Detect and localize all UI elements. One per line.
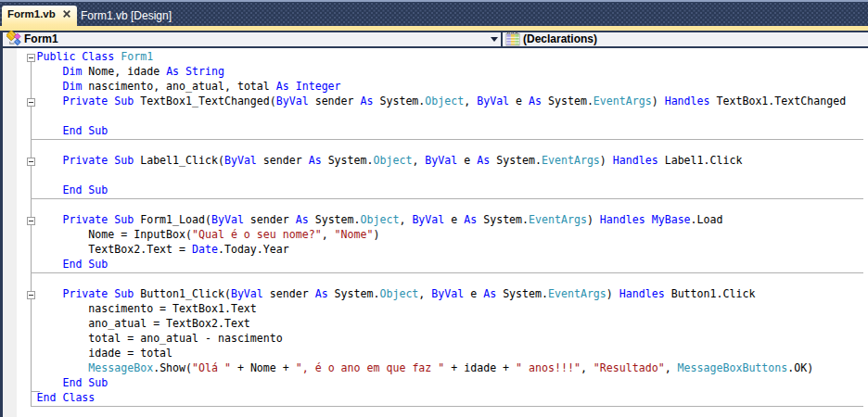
combobox-separator [501,31,503,48]
code-editor[interactable]: Public Class Form1 Dim Nome, idade As St… [0,48,868,417]
code-line: Nome = InputBox("Qual é o seu nome?", "N… [37,227,380,242]
fold-collapse-toggle-icon[interactable] [27,291,35,299]
close-icon[interactable] [62,9,71,19]
code-line: End Sub [37,375,108,390]
procedure-separator-line [31,272,863,273]
tab-bar-top-highlight [0,0,868,2]
code-line: nascimento = TextBox1.Text [37,301,257,316]
tab-label: Form1.vb [Design] [81,9,172,22]
code-line: End Sub [37,183,108,197]
code-line: Dim nascimento, ano_atual, total As Inte… [37,79,341,94]
code-line: End Sub [37,123,108,138]
code-line: Private Sub Label1_Click(ByVal sender As… [37,153,743,168]
navigation-bar: Form1 (Declarations) [0,31,868,48]
chevron-down-icon[interactable] [491,37,498,42]
code-line: Private Sub Button1_Click(ByVal sender A… [37,286,756,301]
code-line: End Sub [37,257,108,272]
navigation-bar-face [3,32,868,46]
code-line: TextBox2.Text = Date.Today.Year [37,242,289,257]
members-combobox-value: (Declarations) [523,32,597,46]
code-line: Public Class Form1 [37,49,154,64]
fold-collapse-toggle-icon[interactable] [27,217,35,225]
tab-form1-vb-design[interactable]: Form1.vb [Design] [74,6,178,26]
class-icon [6,31,22,46]
types-combobox-value: Form1 [24,32,58,46]
code-line: Private Sub Form1_Load(ByVal sender As S… [37,212,723,227]
code-area: Public Class Form1 Dim Nome, idade As St… [0,48,868,417]
code-line: ano_atual = TextBox2.Text [37,316,250,331]
fold-collapse-toggle-icon[interactable] [27,98,35,107]
fold-collapse-toggle-icon[interactable] [27,158,35,166]
procedure-separator-line [31,198,863,199]
code-line: Private Sub TextBox1_TextChanged(ByVal s… [37,94,847,108]
code-line: idade = total [37,346,173,360]
procedure-separator-line [31,406,863,407]
document-tab-bar: Form1.vb Form1.vb [Design] [0,0,868,31]
code-line: MessageBox.Show("Olá " + Nome + ", é o a… [37,360,814,375]
visual-studio-editor-window: Form1.vb Form1.vb [Design] Form1 [0,0,868,417]
procedure-separator-line [31,139,863,140]
code-line: End Class [37,390,96,405]
declarations-icon [505,32,521,47]
fold-collapse-toggle-icon[interactable] [27,54,35,62]
tab-label: Form1.vb [7,8,56,19]
tab-form1-vb[interactable]: Form1.vb [2,6,77,31]
code-line: total = ano_atual - nascimento [37,331,283,346]
code-line: Dim Nome, idade As String [37,64,224,79]
